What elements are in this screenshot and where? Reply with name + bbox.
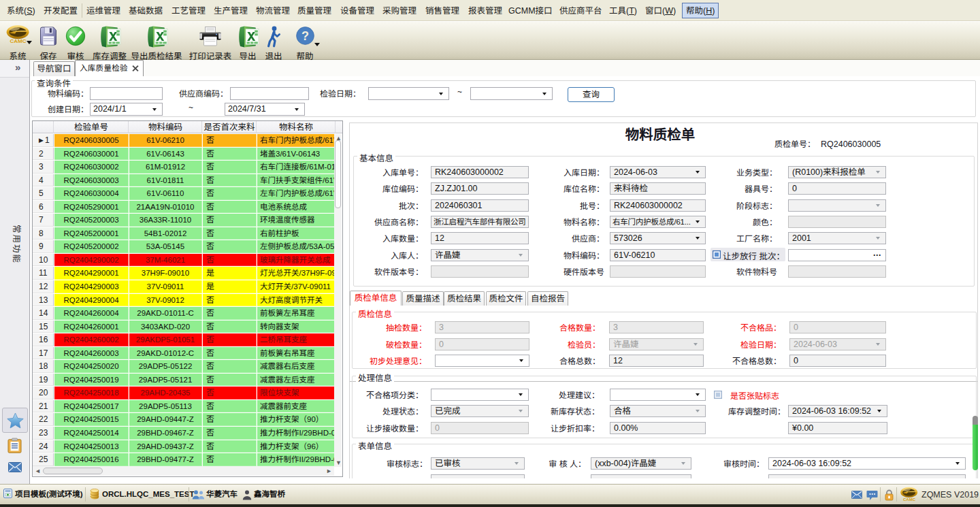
svg-text:?: ? [301,29,309,43]
svg-text:CAMC: CAMC [903,497,916,502]
svg-text:CAMC: CAMC [10,38,26,44]
